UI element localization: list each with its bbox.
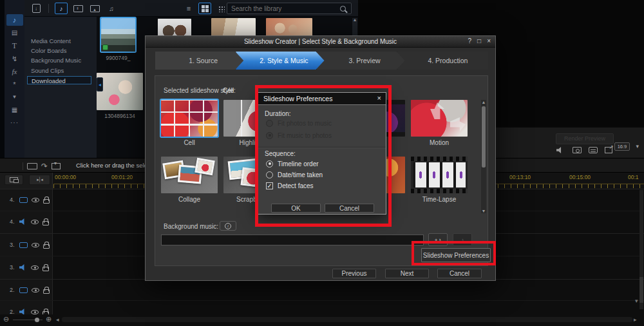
preferences-cancel-button[interactable]: Cancel: [325, 204, 374, 213]
maximize-button[interactable]: □: [477, 37, 481, 44]
pop-out-player-icon-wrap[interactable]: [605, 146, 614, 154]
sidebar-item-particle-room[interactable]: ▼: [6, 91, 23, 103]
wizard-step-2[interactable]: 2. Style & Music: [236, 52, 324, 70]
collapse-panel-button[interactable]: ◂: [97, 77, 103, 91]
checkbox-icon[interactable]: ✓: [266, 182, 273, 189]
toggle-visibility-icon[interactable]: [31, 218, 39, 225]
curved-arrow-icon[interactable]: ↷: [41, 162, 48, 170]
frame-download-icon[interactable]: [52, 163, 61, 169]
library-category-background-music[interactable]: Background Music: [27, 56, 91, 64]
volume-icon-wrap[interactable]: [556, 146, 566, 154]
music-note-icon: ♪: [461, 236, 464, 244]
add-music-button[interactable]: +♪: [428, 233, 448, 246]
snap-to-reference-button[interactable]: ▸│◂: [29, 175, 50, 185]
selected-style-value: Cell: [223, 87, 234, 94]
next-button[interactable]: Next: [385, 269, 429, 278]
scrollbar-thumb[interactable]: [482, 106, 486, 168]
previous-button[interactable]: Previous: [332, 269, 376, 278]
style-grid-scrollbar[interactable]: ▲ ▼: [481, 100, 486, 213]
toggle-visibility-icon[interactable]: [32, 197, 39, 204]
chevron-down-icon[interactable]: ▾: [636, 143, 639, 149]
compact-view-button[interactable]: [214, 3, 227, 14]
wizard-steps: 1. Source2. Style & Music3. Preview4. Pr…: [155, 52, 488, 70]
sidebar-item-transition-room[interactable]: ↯: [6, 53, 23, 64]
scroll-down-icon[interactable]: ▼: [481, 209, 486, 213]
style-card-motion[interactable]: Motion: [411, 100, 468, 146]
media-thumbnail[interactable]: [97, 73, 143, 110]
search-input[interactable]: [227, 5, 340, 12]
library-category-downloaded[interactable]: Downloaded: [27, 76, 91, 84]
media-thumbnail[interactable]: [101, 18, 135, 52]
photo-filter-icon: ▲: [90, 5, 100, 12]
library-category-color-boards[interactable]: Color Boards: [27, 46, 91, 55]
scroll-down-icon[interactable]: ▾: [635, 298, 638, 304]
scroll-right-icon[interactable]: ▸: [634, 316, 637, 323]
scroll-up-icon[interactable]: ▲: [481, 100, 486, 104]
lock-track-icon[interactable]: [43, 197, 50, 204]
horizontal-scrollbar[interactable]: [62, 317, 632, 322]
detail-view-button[interactable]: ≡: [182, 3, 195, 14]
detect-faces-option[interactable]: ✓Detect faces: [266, 181, 382, 190]
style-card-collage[interactable]: Collage: [161, 157, 218, 203]
style-card-time-lapse[interactable]: Time-Lapse: [411, 157, 468, 203]
detail-view-icon: ≡: [187, 5, 191, 12]
sidebar-item-media-room[interactable]: ♪◂: [6, 14, 23, 26]
cancel-button[interactable]: Cancel: [437, 269, 482, 278]
lock-track-icon[interactable]: [43, 287, 50, 294]
radio-icon[interactable]: [266, 160, 273, 168]
option-label: Timeline order: [278, 160, 319, 168]
close-icon[interactable]: ×: [377, 94, 381, 102]
wizard-step-3[interactable]: 3. Preview: [317, 52, 405, 70]
option-label: Fit photos to music: [278, 120, 332, 127]
lock-track-icon[interactable]: [43, 218, 49, 225]
sequence-option-2[interactable]: Date/time taken: [266, 170, 382, 179]
filter-media-content-filter[interactable]: ♪: [55, 3, 68, 14]
vertical-scrollbar-thumb[interactable]: [639, 277, 643, 303]
filter-video-filter[interactable]: ‖: [71, 3, 84, 14]
ok-button[interactable]: OK: [271, 204, 321, 213]
lock-track-icon[interactable]: [43, 264, 49, 271]
grid-view-button[interactable]: [198, 3, 211, 14]
radio-icon[interactable]: [266, 171, 273, 178]
lock-track-icon[interactable]: [43, 242, 50, 249]
snapshot-icon-wrap[interactable]: [573, 146, 582, 154]
music-info-button[interactable]: i: [220, 221, 236, 231]
wizard-step-1[interactable]: 1. Source: [155, 52, 243, 70]
sequence-option-1[interactable]: Timeline order: [266, 159, 382, 168]
sidebar-item-pip-objects-room[interactable]: *: [6, 79, 23, 90]
help-button[interactable]: ?: [468, 37, 472, 44]
scroll-up-icon[interactable]: ▴: [352, 17, 357, 23]
sidebar-item-subtitle-room[interactable]: ▦: [6, 104, 23, 116]
sidebar-item-more-rooms[interactable]: ···: [6, 117, 23, 129]
render-preview-button[interactable]: Render Preview: [556, 133, 614, 144]
aspect-ratio-selector[interactable]: 16:9: [614, 142, 630, 151]
background-music-input[interactable]: [161, 235, 424, 245]
zoom-in-icon[interactable]: ⊕: [46, 316, 52, 323]
import-media-button[interactable]: ↓: [30, 3, 43, 14]
toggle-visibility-icon[interactable]: [32, 287, 39, 294]
zoom-out-icon[interactable]: ⊖: [3, 316, 9, 323]
wizard-step-4[interactable]: 4. Production: [397, 52, 488, 70]
search-icon[interactable]: [340, 6, 346, 12]
toggle-visibility-icon[interactable]: [31, 264, 39, 271]
sidebar-item-effect-room[interactable]: fx: [6, 66, 23, 77]
track-header-3-audio: 3.: [0, 262, 53, 273]
preview-screen-icon[interactable]: [27, 163, 37, 169]
sidebar-item-storyboard-room[interactable]: ▤: [6, 27, 23, 39]
style-thumb-decoration: [413, 162, 466, 187]
filter-music-filter[interactable]: ♫: [105, 3, 118, 14]
library-category-sound-clips[interactable]: Sound Clips: [27, 66, 91, 75]
close-button[interactable]: ×: [487, 37, 491, 44]
library-category-media-content[interactable]: Media Content: [27, 37, 91, 45]
scroll-left-icon[interactable]: ◂: [56, 316, 59, 323]
track-manager-button[interactable]: [5, 175, 23, 185]
sidebar-item-title-room[interactable]: T: [6, 40, 23, 52]
filter-photo-filter[interactable]: ▲: [88, 3, 101, 14]
toggle-visibility-icon[interactable]: [32, 242, 39, 249]
display-options-icon-wrap[interactable]: [589, 146, 598, 154]
dialog-title: Slideshow Creator | Select Style & Backg…: [146, 38, 495, 45]
style-card-cell[interactable]: Cell: [161, 100, 218, 146]
zoom-slider-handle[interactable]: [35, 318, 39, 322]
import-media-icon: ↓: [32, 4, 41, 13]
slideshow-preferences-button[interactable]: Slideshow Preferences: [421, 248, 491, 262]
